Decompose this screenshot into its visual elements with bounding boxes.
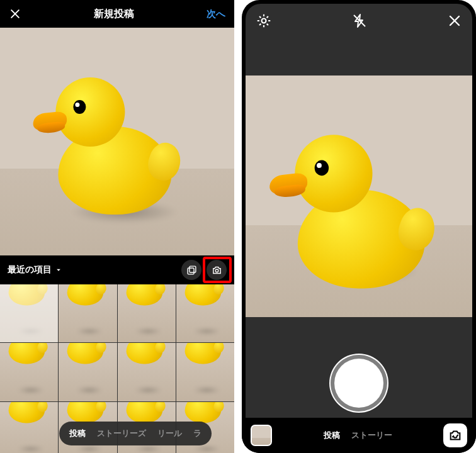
media-thumb[interactable] — [0, 343, 58, 401]
multi-select-button[interactable] — [181, 260, 201, 280]
svg-rect-0 — [189, 266, 195, 272]
post-composer-screen: 新規投稿 次へ 最近の項目 投稿ストーリーズリールラ — [0, 0, 234, 453]
chevron-down-icon — [54, 266, 63, 274]
media-thumb[interactable] — [118, 284, 176, 342]
media-thumb[interactable] — [0, 402, 58, 454]
camera-mode-tab[interactable]: ストーリー — [351, 430, 392, 441]
media-thumb[interactable] — [59, 284, 116, 342]
flash-off-icon — [352, 13, 367, 28]
selected-media-preview[interactable] — [0, 28, 234, 255]
camera-mode-tabs: 投稿ストーリー — [283, 430, 432, 441]
composer-header: 新規投稿 次へ — [0, 0, 234, 28]
mode-tab[interactable]: リール — [157, 428, 182, 439]
source-bar: 最近の項目 — [0, 255, 234, 284]
multi-select-icon — [186, 265, 197, 276]
camera-viewfinder — [246, 76, 472, 317]
camera-body — [246, 4, 472, 449]
flash-toggle[interactable] — [352, 13, 367, 28]
camera-button[interactable] — [207, 260, 227, 280]
svg-point-3 — [262, 19, 266, 23]
header-title: 新規投稿 — [21, 8, 207, 21]
camera-mode-tab[interactable]: 投稿 — [324, 430, 340, 441]
close-icon[interactable] — [9, 8, 21, 20]
mode-tab[interactable]: ラ — [193, 428, 201, 439]
settings-button[interactable] — [256, 13, 272, 29]
source-picker[interactable]: 最近の項目 — [8, 264, 63, 276]
close-icon — [447, 13, 462, 28]
svg-point-2 — [215, 269, 218, 272]
svg-rect-1 — [188, 267, 194, 274]
gallery-thumb[interactable] — [251, 425, 272, 446]
source-label: 最近の項目 — [8, 264, 52, 276]
mode-tabs: 投稿ストーリーズリールラ — [59, 422, 212, 445]
camera-bottom-bar: 投稿ストーリー — [242, 418, 476, 453]
camera-flip-button[interactable] — [443, 423, 467, 447]
camera-flip-icon — [448, 428, 462, 442]
camera-icon — [212, 265, 222, 276]
gear-icon — [256, 13, 272, 29]
media-thumb[interactable] — [118, 343, 176, 401]
media-thumb[interactable] — [59, 343, 116, 401]
camera-top-bar — [246, 4, 472, 38]
media-thumb[interactable] — [176, 343, 234, 401]
mode-tab[interactable]: 投稿 — [69, 428, 86, 439]
preview-scene — [0, 28, 234, 255]
viewfinder-scene — [246, 76, 472, 317]
media-thumb[interactable] — [176, 284, 234, 342]
camera-screen: 投稿ストーリー — [242, 0, 476, 453]
camera-close-button[interactable] — [447, 13, 462, 28]
mode-tab[interactable]: ストーリーズ — [97, 428, 146, 439]
next-button[interactable]: 次へ — [207, 8, 225, 20]
media-thumb[interactable] — [0, 284, 58, 342]
shutter-button[interactable] — [334, 359, 383, 408]
